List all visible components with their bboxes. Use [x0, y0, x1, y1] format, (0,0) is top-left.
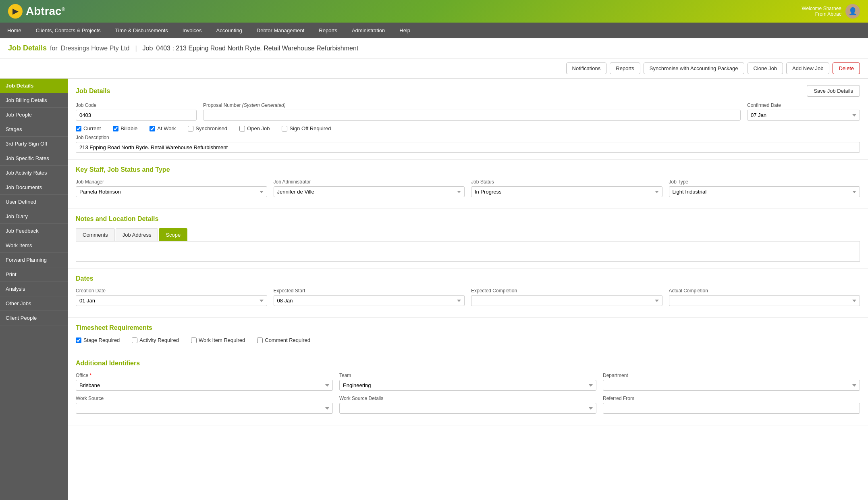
sidebar-item-other-jobs[interactable]: Other Jobs	[0, 296, 68, 311]
sidebar-item-specific-rates[interactable]: Job Specific Rates	[0, 151, 68, 166]
sidebar-item-client-people[interactable]: Client People	[0, 311, 68, 325]
team-select[interactable]: Engineering	[339, 380, 596, 391]
sidebar-item-work-items[interactable]: Work Items	[0, 238, 68, 253]
activity-required-label: Activity Required	[139, 337, 179, 343]
job-description-input[interactable]	[76, 142, 860, 153]
job-type-select[interactable]: Light Industrial	[669, 186, 860, 197]
work-item-required-checkbox[interactable]	[191, 338, 197, 343]
work-source-details-select[interactable]	[339, 403, 596, 414]
job-code-row: Job Code Proposal Number (System Generat…	[76, 102, 860, 121]
job-label: Job	[143, 45, 153, 52]
current-checkbox-item: Current	[76, 125, 101, 131]
activity-required-checkbox[interactable]	[132, 338, 137, 343]
job-admin-label: Job Administrator	[274, 179, 465, 185]
referred-from-group: Referred From	[603, 396, 860, 414]
billable-checkbox-item: Billable	[113, 125, 137, 131]
sidebar-item-feedback[interactable]: Job Feedback	[0, 224, 68, 238]
creation-date-group: Creation Date 01 Jan	[76, 288, 267, 306]
referred-from-input[interactable]	[603, 403, 860, 414]
stage-required-label: Stage Required	[83, 337, 120, 343]
sidebar-item-job-details[interactable]: Job Details	[0, 79, 68, 93]
actual-completion-group: Actual Completion	[669, 288, 860, 306]
job-type-label: Job Type	[669, 179, 860, 185]
confirmed-date-select[interactable]: 07 Jan	[747, 110, 860, 121]
reports-button[interactable]: Reports	[610, 62, 640, 74]
billable-checkbox[interactable]	[113, 126, 118, 131]
open-job-checkbox[interactable]	[239, 126, 245, 131]
nav-time[interactable]: Time & Disbursements	[108, 23, 175, 38]
job-description-label: Job Description	[76, 135, 860, 140]
sidebar-item-analysis[interactable]: Analysis	[0, 282, 68, 296]
tab-scope[interactable]: Scope	[159, 228, 187, 241]
expected-completion-group: Expected Completion	[471, 288, 662, 306]
nav-admin[interactable]: Administration	[345, 23, 392, 38]
main-layout: Job Details Job Billing Details Job Peop…	[0, 79, 868, 500]
key-staff-row: Job Manager Pamela Robinson Job Administ…	[76, 179, 860, 197]
nav-accounting[interactable]: Accounting	[209, 23, 249, 38]
job-status-select[interactable]: In Progress	[471, 186, 662, 197]
stage-required-checkbox[interactable]	[76, 338, 81, 343]
notifications-button[interactable]: Notifications	[566, 62, 607, 74]
sidebar-item-activity-rates[interactable]: Job Activity Rates	[0, 166, 68, 180]
at-work-label: At Work	[157, 125, 176, 131]
clone-button[interactable]: Clone Job	[748, 62, 783, 74]
sidebar-item-documents[interactable]: Job Documents	[0, 180, 68, 195]
actual-completion-label: Actual Completion	[669, 288, 860, 294]
work-source-select[interactable]	[76, 403, 333, 414]
comment-required-label: Comment Required	[265, 337, 310, 343]
avatar: 👤	[845, 4, 860, 19]
sidebar-item-stages[interactable]: Stages	[0, 122, 68, 137]
notes-location-header: Notes and Location Details	[76, 215, 860, 223]
nav-invoices[interactable]: Invoices	[175, 23, 209, 38]
office-select[interactable]: Brisbane	[76, 380, 333, 391]
activity-required-item: Activity Required	[132, 337, 179, 343]
sidebar-item-3rd-party[interactable]: 3rd Party Sign Off	[0, 137, 68, 151]
tab-job-address[interactable]: Job Address	[116, 228, 158, 241]
proposal-input[interactable]	[203, 110, 741, 121]
comment-required-checkbox[interactable]	[257, 338, 263, 343]
job-info: 0403 : 213 Epping Road North Ryde. Retai…	[156, 45, 358, 52]
creation-date-select[interactable]: 01 Jan	[76, 295, 267, 306]
additional-row-1: Office * Brisbane Team Engineering Depar…	[76, 373, 860, 391]
proposal-group: Proposal Number (System Generated)	[203, 102, 741, 121]
team-group: Team Engineering	[339, 373, 596, 391]
sidebar-item-forward-planning[interactable]: Forward Planning	[0, 253, 68, 267]
department-select[interactable]	[603, 380, 860, 391]
actual-completion-select[interactable]	[669, 295, 860, 306]
synchronised-checkbox-item: Synchronised	[188, 125, 227, 131]
page-header: Job Details for Dressings Howe Pty Ltd |…	[0, 38, 868, 58]
nav-debtor[interactable]: Debtor Management	[249, 23, 312, 38]
nav-home[interactable]: Home	[0, 23, 29, 38]
expected-start-label: Expected Start	[274, 288, 465, 294]
delete-button[interactable]: Delete	[833, 62, 860, 74]
job-manager-select[interactable]: Pamela Robinson	[76, 186, 267, 197]
job-code-input[interactable]	[76, 110, 197, 121]
client-link[interactable]: Dressings Howe Pty Ltd	[61, 45, 130, 52]
expected-completion-select[interactable]	[471, 295, 662, 306]
synchronised-checkbox[interactable]	[188, 126, 193, 131]
expected-start-group: Expected Start 08 Jan	[274, 288, 465, 306]
key-staff-section: Key Staff, Job Status and Type Job Manag…	[68, 160, 868, 209]
sidebar-item-people[interactable]: Job People	[0, 108, 68, 122]
expected-start-select[interactable]: 08 Jan	[274, 295, 465, 306]
at-work-checkbox[interactable]	[150, 126, 155, 131]
sidebar-item-user-defined[interactable]: User Defined	[0, 195, 68, 209]
job-admin-select[interactable]: Jennifer de Ville	[274, 186, 465, 197]
sign-off-checkbox[interactable]	[282, 126, 287, 131]
sync-button[interactable]: Synchronise with Accounting Package	[644, 62, 744, 74]
nav-reports[interactable]: Reports	[311, 23, 345, 38]
tab-comments[interactable]: Comments	[76, 228, 115, 241]
add-new-button[interactable]: Add New Job	[786, 62, 829, 74]
nav-clients[interactable]: Clients, Contacts & Projects	[29, 23, 108, 38]
dates-title: Dates	[76, 275, 93, 282]
job-details-header: Job Details Save Job Details	[76, 85, 860, 97]
current-checkbox[interactable]	[76, 126, 81, 131]
sidebar: Job Details Job Billing Details Job Peop…	[0, 79, 68, 500]
flags-row: Current Billable At Work Synchronised Op…	[76, 125, 860, 131]
save-job-button[interactable]: Save Job Details	[807, 85, 860, 97]
nav-help[interactable]: Help	[392, 23, 417, 38]
sidebar-item-print[interactable]: Print	[0, 267, 68, 282]
sidebar-item-diary[interactable]: Job Diary	[0, 209, 68, 224]
sidebar-item-billing[interactable]: Job Billing Details	[0, 93, 68, 108]
office-label: Office *	[76, 373, 333, 378]
